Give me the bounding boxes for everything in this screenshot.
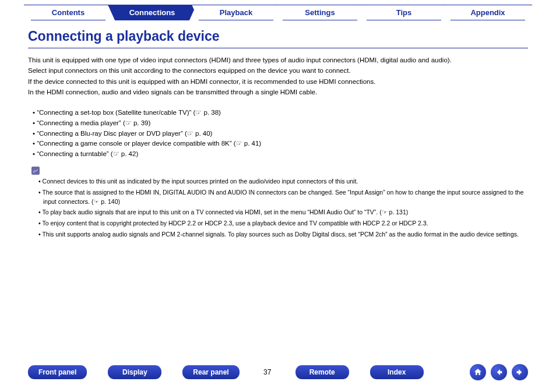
- page-number: 37: [261, 368, 275, 376]
- crossref-link[interactable]: “Connecting a game console or player dev…: [38, 139, 528, 149]
- prev-page-icon[interactable]: [491, 364, 507, 380]
- index-button[interactable]: Index: [370, 365, 424, 379]
- page-title: Connecting a playback device: [28, 29, 528, 48]
- cross-reference-list: “Connecting a set-top box (Satellite tun…: [38, 108, 528, 160]
- note-item: This unit supports analog audio signals …: [43, 230, 528, 239]
- tab-connections[interactable]: Connections: [108, 5, 196, 20]
- crossref-link[interactable]: “Connecting a turntable” (☞ p. 42): [38, 149, 528, 160]
- intro-line: This unit is equipped with one type of v…: [28, 55, 528, 65]
- next-page-icon[interactable]: [512, 364, 528, 380]
- intro-line: If the device connected to this unit is …: [28, 77, 528, 87]
- note-item: To play back audio signals that are inpu…: [43, 208, 528, 217]
- remote-button[interactable]: Remote: [295, 365, 349, 379]
- nav-icons: [470, 364, 528, 380]
- intro-line: Select input connectors on this unit acc…: [28, 66, 528, 76]
- page-content: Connecting a playback device This unit i…: [0, 20, 556, 239]
- tab-appendix[interactable]: Appendix: [444, 5, 532, 20]
- home-icon[interactable]: [470, 364, 486, 380]
- crossref-link[interactable]: “Connecting a Blu-ray Disc player or DVD…: [38, 129, 528, 139]
- front-panel-button[interactable]: Front panel: [28, 365, 87, 379]
- tab-tips[interactable]: Tips: [360, 5, 448, 20]
- note-item: The source that is assigned to the HDMI …: [43, 188, 528, 207]
- rear-panel-button[interactable]: Rear panel: [182, 365, 239, 379]
- tab-settings[interactable]: Settings: [276, 5, 364, 20]
- crossref-link[interactable]: “Connecting a media player” (☞ p. 39): [38, 118, 528, 129]
- intro-block: This unit is equipped with one type of v…: [28, 55, 528, 97]
- tab-contents[interactable]: Contents: [24, 5, 112, 20]
- top-tabs: Contents Connections Playback Settings T…: [0, 0, 556, 20]
- note-list: Connect devices to this unit as indicate…: [38, 177, 528, 239]
- bottom-nav: Front panel Display Rear panel 37 Remote…: [0, 364, 556, 380]
- intro-line: In the HDMI connection, audio and video …: [28, 87, 528, 97]
- note-item: To enjoy content that is copyright prote…: [43, 219, 528, 228]
- tab-playback[interactable]: Playback: [192, 5, 280, 20]
- display-button[interactable]: Display: [108, 365, 161, 379]
- note-icon: [31, 167, 40, 175]
- crossref-link[interactable]: “Connecting a set-top box (Satellite tun…: [38, 108, 528, 118]
- note-item: Connect devices to this unit as indicate…: [43, 177, 528, 186]
